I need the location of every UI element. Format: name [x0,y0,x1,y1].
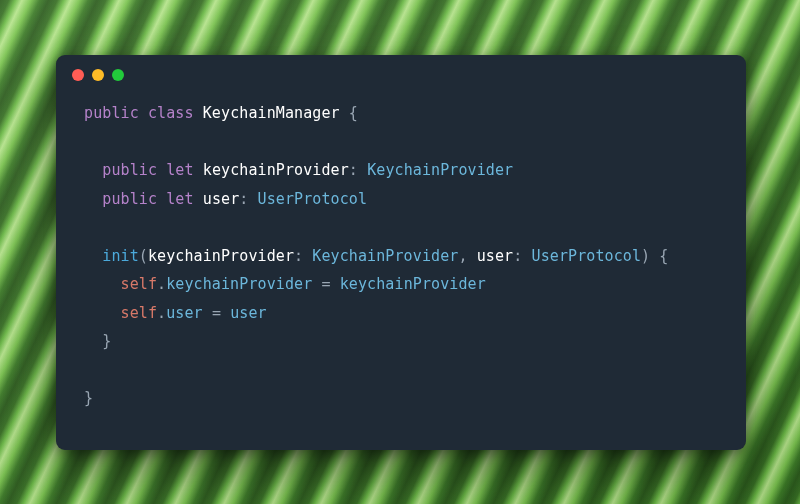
dot: . [157,304,166,322]
code-area[interactable]: public class KeychainManager { public le… [56,95,746,450]
self-keyword: self [121,275,158,293]
brace: } [84,389,93,407]
type-name: UserProtocol [258,190,368,208]
colon: : [349,161,358,179]
keyword: public [102,161,157,179]
assign: = [321,275,330,293]
self-keyword: self [121,304,158,322]
code-editor-window: public class KeychainManager { public le… [56,55,746,450]
colon: : [513,247,522,265]
window-titlebar [56,55,746,95]
comma: , [458,247,467,265]
assign: = [212,304,221,322]
function-name: init [102,247,139,265]
desktop-background: public class KeychainManager { public le… [0,0,800,504]
code-line: public let keychainProvider: KeychainPro… [84,161,513,179]
close-icon[interactable] [72,69,84,81]
keyword: let [166,161,193,179]
type-name: UserProtocol [532,247,642,265]
keyword: class [148,104,194,122]
class-name: KeychainManager [203,104,340,122]
zoom-icon[interactable] [112,69,124,81]
code-line: } [84,332,111,350]
argument-ref: user [230,304,267,322]
type-name: KeychainProvider [367,161,513,179]
param-label: keychainProvider [148,247,294,265]
code-line: self.keychainProvider = keychainProvider [84,275,486,293]
property-name: user [203,190,240,208]
keyword: let [166,190,193,208]
param-label: user [477,247,514,265]
brace: { [349,104,358,122]
minimize-icon[interactable] [92,69,104,81]
colon: : [239,190,248,208]
code-line: public let user: UserProtocol [84,190,367,208]
code-line: public class KeychainManager { [84,104,358,122]
code-line: init(keychainProvider: KeychainProvider,… [84,247,669,265]
keyword: public [84,104,139,122]
paren: ) [641,247,650,265]
paren: ( [139,247,148,265]
brace: } [102,332,111,350]
code-line: self.user = user [84,304,267,322]
colon: : [294,247,303,265]
code-line: } [84,389,93,407]
property-name: keychainProvider [203,161,349,179]
property-ref: user [166,304,203,322]
dot: . [157,275,166,293]
keyword: public [102,190,157,208]
property-ref: keychainProvider [166,275,312,293]
argument-ref: keychainProvider [340,275,486,293]
brace: { [659,247,668,265]
type-name: KeychainProvider [312,247,458,265]
